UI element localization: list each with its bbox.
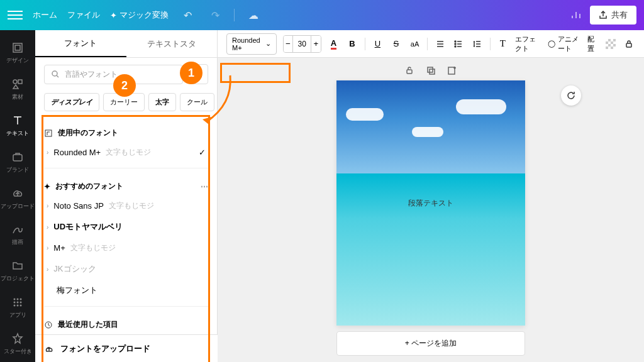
svg-rect-29 bbox=[611, 44, 613, 47]
sidebar-item-projects[interactable]: プロジェクト bbox=[0, 253, 35, 290]
animate-button[interactable]: ◯アニメート bbox=[548, 35, 582, 53]
svg-rect-25 bbox=[611, 39, 613, 41]
sidebar-item-brand[interactable]: ブランド bbox=[0, 144, 35, 180]
undo-icon[interactable]: ↶ bbox=[179, 6, 196, 24]
text-element[interactable]: 段落テキスト bbox=[408, 198, 453, 209]
insights-icon[interactable] bbox=[567, 6, 585, 24]
svg-rect-24 bbox=[606, 39, 608, 41]
underline-button[interactable]: U bbox=[372, 36, 384, 52]
refresh-button[interactable] bbox=[561, 85, 581, 106]
font-size-plus[interactable]: + bbox=[311, 36, 320, 52]
font-item-current[interactable]: ›Rounded M+文字もじモジ✓ bbox=[44, 142, 208, 163]
add-page-icon[interactable] bbox=[446, 64, 458, 77]
svg-rect-32 bbox=[626, 43, 631, 47]
redo-icon[interactable]: ↷ bbox=[206, 6, 224, 24]
chip-cool[interactable]: クール bbox=[180, 93, 214, 111]
svg-point-2 bbox=[13, 80, 17, 84]
svg-rect-31 bbox=[613, 47, 616, 49]
svg-rect-0 bbox=[13, 43, 22, 52]
svg-point-20 bbox=[455, 41, 456, 42]
svg-point-9 bbox=[17, 301, 19, 303]
svg-point-21 bbox=[455, 43, 456, 45]
svg-rect-30 bbox=[608, 47, 611, 49]
font-item[interactable]: ›Noto Sans JP文字もじモジ bbox=[44, 195, 208, 216]
canvas-page[interactable]: 段落テキスト bbox=[336, 80, 525, 326]
upload-icon bbox=[44, 344, 54, 354]
sidebar-item-draw[interactable]: 描画 bbox=[0, 217, 35, 253]
upload-font-button[interactable]: フォントをアップロード bbox=[35, 334, 218, 362]
text-style-button[interactable]: T bbox=[497, 36, 509, 52]
font-select[interactable]: Rounded M+⌄ bbox=[226, 33, 277, 55]
align-button[interactable] bbox=[434, 36, 447, 52]
svg-point-15 bbox=[196, 71, 197, 73]
svg-point-11 bbox=[14, 304, 16, 306]
svg-point-16 bbox=[199, 74, 201, 75]
sidebar-item-apps[interactable]: アプリ bbox=[0, 289, 35, 326]
bold-button[interactable]: B bbox=[346, 36, 358, 52]
tab-font[interactable]: フォント bbox=[35, 30, 126, 57]
nav-magic[interactable]: ✦ マジック変換 bbox=[110, 9, 169, 21]
svg-rect-18 bbox=[45, 130, 52, 136]
spacing-button[interactable] bbox=[471, 36, 484, 52]
svg-rect-3 bbox=[18, 80, 22, 84]
filter-button[interactable] bbox=[188, 64, 208, 84]
svg-rect-4 bbox=[13, 155, 22, 161]
effects-button[interactable]: エフェクト bbox=[515, 35, 541, 53]
svg-rect-33 bbox=[407, 70, 412, 74]
svg-point-12 bbox=[17, 304, 19, 306]
text-case-button[interactable]: aA bbox=[409, 36, 421, 52]
chevron-down-icon: ⌄ bbox=[265, 40, 271, 48]
sidebar-item-design[interactable]: デザイン bbox=[0, 35, 35, 72]
svg-point-6 bbox=[17, 298, 19, 300]
duplicate-page-icon[interactable] bbox=[425, 64, 437, 77]
section-recommended: ✦おすすめのフォント⋯ bbox=[44, 177, 208, 195]
svg-rect-27 bbox=[613, 41, 616, 44]
tab-text-style[interactable]: テキストスタ bbox=[126, 30, 218, 57]
nav-file[interactable]: ファイル bbox=[67, 9, 100, 21]
svg-point-17 bbox=[197, 76, 199, 78]
section-current-fonts: 使用中のフォント bbox=[44, 124, 208, 142]
sidebar-item-elements[interactable]: 素材 bbox=[0, 72, 35, 108]
font-size-input[interactable] bbox=[292, 36, 311, 52]
chip-bold[interactable]: 太字 bbox=[148, 93, 176, 111]
svg-rect-1 bbox=[15, 45, 20, 50]
add-page-button[interactable]: + ページを追加 bbox=[336, 331, 525, 356]
chip-display[interactable]: ディスプレイ bbox=[44, 93, 99, 111]
chip-curly[interactable]: カーリー bbox=[103, 93, 145, 111]
sidebar-item-uploads[interactable]: アップロード bbox=[0, 180, 35, 217]
svg-point-22 bbox=[455, 46, 456, 47]
font-size-minus[interactable]: − bbox=[284, 36, 292, 52]
svg-rect-34 bbox=[428, 67, 433, 72]
svg-rect-35 bbox=[430, 69, 435, 74]
font-search-input[interactable]: 言語やフォント bbox=[44, 65, 183, 84]
section-recent: 最近使用した項目 bbox=[44, 315, 208, 334]
svg-rect-26 bbox=[608, 41, 611, 44]
transparency-button[interactable] bbox=[604, 36, 617, 52]
sidebar-item-text[interactable]: テキスト bbox=[0, 108, 35, 145]
font-item[interactable]: ›M+文字もじモジ bbox=[44, 238, 208, 258]
list-button[interactable] bbox=[453, 36, 465, 52]
lock-button[interactable] bbox=[623, 36, 635, 52]
svg-point-14 bbox=[52, 71, 57, 76]
check-icon: ✓ bbox=[199, 148, 206, 157]
font-item[interactable]: 梅フォント bbox=[44, 280, 208, 301]
svg-rect-28 bbox=[606, 44, 608, 47]
position-button[interactable]: 配置 bbox=[587, 35, 598, 53]
menu-button[interactable] bbox=[8, 8, 23, 23]
share-button[interactable]: 共有 bbox=[590, 6, 636, 25]
svg-point-10 bbox=[20, 301, 22, 303]
svg-point-13 bbox=[20, 304, 22, 306]
text-color-button[interactable]: A bbox=[328, 36, 340, 52]
font-item[interactable]: ›UDモトヤマルベリ bbox=[44, 216, 208, 238]
svg-point-7 bbox=[20, 298, 22, 300]
search-icon bbox=[51, 70, 60, 79]
lock-page-icon[interactable] bbox=[403, 64, 416, 77]
font-item[interactable]: ›JKゴシック bbox=[44, 258, 208, 280]
strikethrough-button[interactable]: S bbox=[390, 36, 402, 52]
sidebar-item-starred[interactable]: スター付き bbox=[0, 326, 35, 362]
cloud-sync-icon[interactable]: ☁ bbox=[245, 6, 262, 24]
svg-point-5 bbox=[14, 298, 16, 300]
nav-home[interactable]: ホーム bbox=[33, 9, 57, 21]
svg-point-8 bbox=[14, 301, 16, 303]
